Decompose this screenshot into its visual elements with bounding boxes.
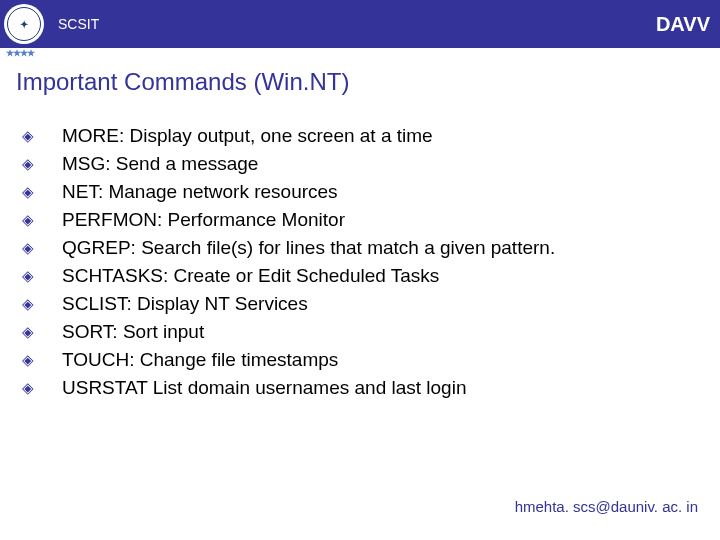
list-item: ◈MSG: Send a message bbox=[22, 152, 720, 176]
diamond-bullet-icon: ◈ bbox=[22, 124, 62, 148]
logo-stars: ★★★★ bbox=[6, 48, 34, 58]
list-item: ◈QGREP: Search file(s) for lines that ma… bbox=[22, 236, 720, 260]
footer-email: hmehta. scs@dauniv. ac. in bbox=[515, 498, 698, 515]
diamond-bullet-icon: ◈ bbox=[22, 236, 62, 260]
header-left: ✦ ★★★★ SCSIT bbox=[4, 4, 99, 44]
header-left-text: SCSIT bbox=[58, 16, 99, 32]
diamond-bullet-icon: ◈ bbox=[22, 208, 62, 232]
logo-icon: ✦ ★★★★ bbox=[4, 4, 44, 44]
diamond-bullet-icon: ◈ bbox=[22, 180, 62, 204]
list-item-text: MORE: Display output, one screen at a ti… bbox=[62, 124, 433, 148]
list-item: ◈PERFMON: Performance Monitor bbox=[22, 208, 720, 232]
header-bar: ✦ ★★★★ SCSIT DAVV bbox=[0, 0, 720, 48]
list-item-text: PERFMON: Performance Monitor bbox=[62, 208, 345, 232]
list-item-text: NET: Manage network resources bbox=[62, 180, 338, 204]
list-item: ◈TOUCH: Change file timestamps bbox=[22, 348, 720, 372]
header-right-text: DAVV bbox=[656, 13, 710, 36]
page-title: Important Commands (Win.NT) bbox=[16, 68, 720, 96]
list-item: ◈USRSTAT List domain usernames and last … bbox=[22, 376, 720, 400]
bullet-list: ◈MORE: Display output, one screen at a t… bbox=[22, 124, 720, 400]
list-item: ◈MORE: Display output, one screen at a t… bbox=[22, 124, 720, 148]
diamond-bullet-icon: ◈ bbox=[22, 320, 62, 344]
list-item-text: SORT: Sort input bbox=[62, 320, 204, 344]
list-item-text: MSG: Send a message bbox=[62, 152, 258, 176]
diamond-bullet-icon: ◈ bbox=[22, 264, 62, 288]
list-item: ◈SCHTASKS: Create or Edit Scheduled Task… bbox=[22, 264, 720, 288]
list-item-text: SCLIST: Display NT Services bbox=[62, 292, 308, 316]
list-item: ◈NET: Manage network resources bbox=[22, 180, 720, 204]
list-item-text: USRSTAT List domain usernames and last l… bbox=[62, 376, 466, 400]
list-item-text: QGREP: Search file(s) for lines that mat… bbox=[62, 236, 555, 260]
list-item-text: TOUCH: Change file timestamps bbox=[62, 348, 338, 372]
diamond-bullet-icon: ◈ bbox=[22, 292, 62, 316]
list-item-text: SCHTASKS: Create or Edit Scheduled Tasks bbox=[62, 264, 439, 288]
diamond-bullet-icon: ◈ bbox=[22, 376, 62, 400]
diamond-bullet-icon: ◈ bbox=[22, 152, 62, 176]
list-item: ◈SCLIST: Display NT Services bbox=[22, 292, 720, 316]
list-item: ◈SORT: Sort input bbox=[22, 320, 720, 344]
diamond-bullet-icon: ◈ bbox=[22, 348, 62, 372]
